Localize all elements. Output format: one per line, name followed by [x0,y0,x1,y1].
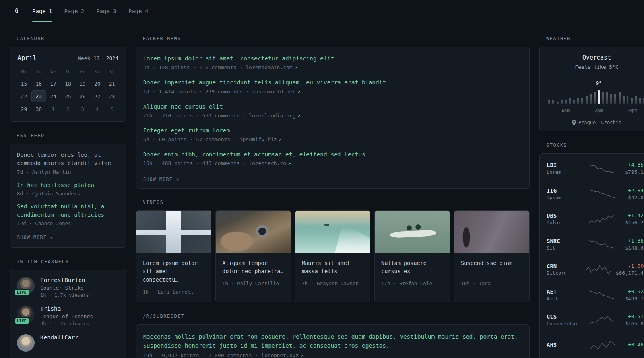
weather-bar [561,100,563,104]
weather-bar [598,90,600,104]
rss-item-link[interactable]: In hac habitasse platea [17,181,119,189]
stock-row[interactable]: AHS +0.46% [547,333,644,358]
calendar-day: 25 [61,90,76,102]
hn-story-link[interactable]: Donec imperdiet augue tincidunt felis al… [143,78,522,86]
hn-story-link[interactable]: Lorem ipsum dolor sit amet, consectetur … [143,54,522,62]
twitch-avatar-wrap: LIVE [17,305,35,323]
external-link-icon: ↗ [297,113,301,119]
stock-name: Sit [547,245,583,251]
tab-page-4[interactable]: Page 4 [128,0,149,22]
rss-item-meta: 8d · Cynthia Saunders [17,191,119,197]
video-card[interactable]: Mauris sit amet massa felis 7h · Grayson… [295,210,370,302]
weather-hour-label: 6am [561,108,570,113]
app-logo[interactable]: G [10,0,24,22]
stock-symbol: CCS [547,313,583,320]
weather-bar [552,100,554,104]
stock-row[interactable]: DBS Dolor +1.42% $156.28 [547,206,644,232]
hn-story: Donec enim nibh, condimentum et accumsan… [143,150,522,166]
calendar-card: April Week 17·2024 Mo Tu We Th Fr Sa Su … [10,47,126,122]
hn-story-link[interactable]: Integer eget rutrum lorem [143,126,522,134]
twitch-section-title: TWITCH CHANNELS [17,259,126,265]
chevron-down-icon [50,236,54,239]
rss-item-link[interactable]: Donec tempor eros leo, ut commodo mauris… [17,151,119,168]
video-title: Nullam posuere cursus ex [381,259,443,276]
hackernews-card: Lorem ipsum dolor sit amet, consectetur … [136,47,530,189]
hn-story-domain-link[interactable]: loremdomain.com↗ [246,64,297,70]
subreddit-post-link[interactable]: Maecenas mollis pulvinar erat non posuer… [143,332,522,350]
video-card[interactable]: Suspendisse diam 18h · Tara [454,210,530,302]
stock-row[interactable]: SNRC Sit +1.36% $148.64 [547,232,644,257]
stock-values: +0.92% $499.72 [625,288,644,302]
middle-column: HACKER NEWS Lorem ipsum dolor sit amet, … [136,36,530,358]
video-body: Lorem ipsum dolor sit amet consectetu… 1… [136,253,211,302]
subreddit-card: Maecenas mollis pulvinar erat non posuer… [136,324,530,358]
video-card[interactable]: Nullam posuere cursus ex 17h · Stefan Co… [374,210,450,302]
tab-page-3[interactable]: Page 3 [96,0,116,22]
rss-item-link[interactable]: Sed volutpat nulla nisl, a condimentum n… [17,202,119,220]
weather-bar [627,96,628,104]
hn-story-meta: 1d · 1,414 points · 299 comments · ipsum… [143,89,522,95]
twitch-channel-row[interactable]: LIVE ForrestBurton Counter-Strike 1h · 1… [17,277,119,298]
stock-symbol: AHS [547,342,583,348]
stock-name: Amet [547,296,583,302]
video-thumbnail [375,211,450,253]
stock-row[interactable]: LDI Lorem +4.35% $795.18 [547,156,644,181]
hn-story-domain-link[interactable]: ipsumify.biz↗ [240,136,282,142]
calendar-day-selected: 23 [31,90,46,102]
weather-bar [565,100,567,104]
stock-name: Dolor [547,220,583,226]
video-card[interactable]: Aliquam tempor dolor nec pharetra… 1h · … [215,210,291,302]
hn-story-stats: 16h · 468 points · 440 comments · [143,160,246,166]
calendar-day: 29 [17,103,31,115]
tab-page-2[interactable]: Page 2 [64,0,85,22]
hn-story-link[interactable]: Donec enim nibh, condimentum et accumsan… [143,150,522,158]
weather-bar [557,102,559,104]
subreddit-post-domain-link[interactable]: loremnet.xyz↗ [261,352,303,358]
avatar [17,334,35,352]
twitch-channel-category: Counter-Strike [40,285,89,291]
calendar-day: 17 [46,78,61,90]
twitch-card: LIVE ForrestBurton Counter-Strike 1h · 1… [10,270,126,358]
weather-bar [639,98,641,104]
hn-story-domain-link[interactable]: ipsumworld.net↗ [252,89,300,95]
rss-card: Donec tempor eros leo, ut commodo mauris… [10,144,126,248]
tab-page-1[interactable]: Page 1 [32,0,52,22]
hn-story-link[interactable]: Aliquam nec cursus elit [143,103,522,111]
stock-sparkline [589,290,614,300]
weather-location: Prague, Czechia [547,120,644,125]
twitch-channel-name: ForrestBurton [40,277,89,283]
calendar-day: 20 [90,78,105,90]
rss-show-more-button[interactable]: SHOW MORE [17,235,54,240]
calendar-dow: Sa [90,66,105,77]
twitch-avatar-wrap: LIVE [17,277,35,294]
weather-bar [548,100,550,104]
hn-story-domain-link[interactable]: loremlandia.org↗ [249,113,300,119]
calendar-separator-dot: · [101,55,105,61]
weather-bar [623,96,625,104]
video-card[interactable]: Lorem ipsum dolor sit amet consectetu… 1… [136,210,211,302]
twitch-channel-row[interactable]: KendallCarr [17,334,119,352]
twitch-avatar-wrap [17,334,35,352]
right-column: WEATHER Overcast Feels like 5°C 9° 6am2p… [539,36,644,358]
stock-symbol: CRN [547,263,583,269]
stock-row[interactable]: AET Amet +0.92% $499.72 [547,282,644,308]
stock-change: +4.35% [625,162,644,168]
stock-id: AHS [547,342,583,349]
weather-widget: WEATHER Overcast Feels like 5°C 9° 6am2p… [539,36,644,131]
stock-symbol: IIG [547,187,583,194]
rss-item: In hac habitasse platea 8d · Cynthia Sau… [17,181,119,197]
stock-change: +0.92% [625,288,644,294]
twitch-channel-row[interactable]: LIVE Trisha League of Legends 3h · 1.2k … [17,305,119,327]
stock-row[interactable]: IIG Ipsum +2.84% $42.04 [547,181,644,207]
stock-symbol: DBS [547,212,583,219]
weather-section-title: WEATHER [546,36,644,41]
weather-hour-label: 10pm [627,108,638,113]
stock-id: CCS Consectetur [547,313,583,327]
hn-story-domain: loremtech.co [249,160,286,166]
rss-item: Sed volutpat nulla nisl, a condimentum n… [17,202,119,227]
hn-story-domain-link[interactable]: loremtech.co↗ [249,160,291,166]
hn-show-more-button[interactable]: SHOW MORE [143,177,180,182]
stock-row[interactable]: CCS Consectetur +0.51% $165.84 [547,307,644,333]
stock-row[interactable]: CRN Bitcorn -1.00% $66,171.48 [547,257,644,282]
stock-values: +0.46% [628,342,644,349]
